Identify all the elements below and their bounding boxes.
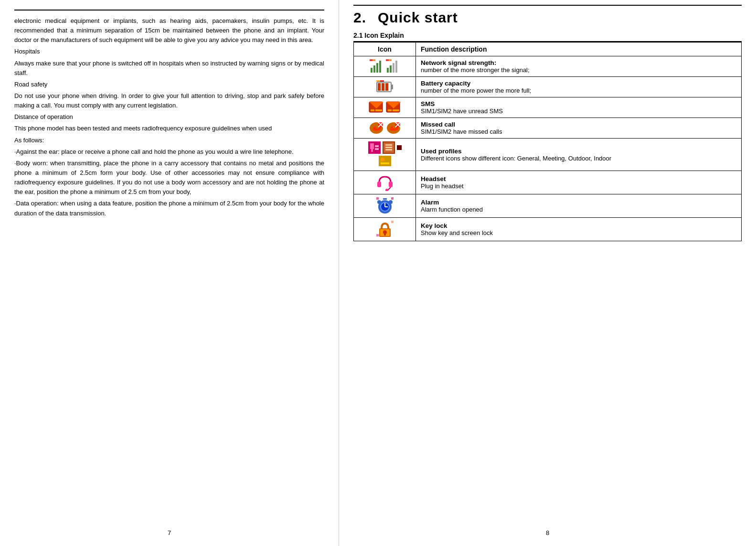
icon-cell-missed [354, 118, 416, 139]
table-row: Network signal strength: number of the m… [354, 56, 742, 77]
left-para-1: electronic medical equipment or implants… [14, 16, 324, 45]
desc-title-battery: Battery capacity [421, 80, 736, 87]
chapter-title-text: Quick start [378, 10, 458, 25]
desc-title-keylock: Key lock [421, 222, 736, 229]
svg-rect-5 [373, 59, 375, 61]
svg-rect-62 [383, 198, 387, 200]
icon-cell-sms [354, 97, 416, 118]
svg-rect-27 [388, 109, 392, 111]
headset-icon [376, 174, 394, 191]
svg-rect-41 [375, 148, 379, 150]
svg-rect-69 [376, 234, 379, 236]
svg-rect-0 [371, 68, 373, 73]
missed-icon-1 [369, 121, 384, 135]
right-page-number: 8 [546, 529, 549, 536]
desc-title-headset: Headset [421, 175, 736, 182]
svg-rect-3 [379, 61, 381, 73]
profile-icon-1 [368, 141, 381, 154]
svg-rect-8 [393, 63, 394, 73]
svg-rect-14 [378, 83, 381, 91]
icon-wrapper-signal [359, 59, 411, 74]
desc-cell-alarm: Alarm Alarm function opened [416, 194, 742, 218]
svg-line-53 [388, 187, 391, 190]
left-page-number: 7 [168, 529, 171, 536]
svg-rect-11 [389, 59, 392, 61]
desc-sub-battery: number of the more power the more full; [421, 87, 736, 94]
sms-icon-1 [369, 101, 384, 114]
svg-point-61 [389, 200, 393, 204]
svg-rect-68 [384, 233, 386, 236]
svg-rect-70 [391, 221, 394, 223]
svg-rect-6 [387, 68, 389, 73]
desc-title-missed: Missed call [421, 121, 736, 128]
svg-rect-18 [380, 80, 384, 82]
svg-rect-10 [386, 59, 389, 61]
left-para-data: ·Data operation: when using a data featu… [14, 199, 324, 218]
svg-rect-49 [381, 158, 384, 161]
section-title: 2.1 Icon Explain [353, 32, 742, 42]
left-content: electronic medical equipment or implants… [14, 16, 324, 218]
left-top-line [14, 10, 324, 11]
svg-rect-15 [382, 83, 384, 91]
svg-rect-17 [376, 80, 380, 82]
icon-wrapper-keylock [359, 221, 411, 238]
svg-rect-63 [376, 197, 379, 200]
desc-cell-sms: SMS SIM1/SIM2 have unread SMS [416, 97, 742, 118]
svg-rect-51 [377, 182, 381, 187]
left-para-road: Do not use your phone when driving. In o… [14, 91, 324, 110]
table-row: Battery capacity number of the more powe… [354, 77, 742, 97]
profile-icon-4 [379, 156, 391, 166]
left-heading-distance: Distance of operation [14, 112, 324, 122]
svg-rect-37 [368, 141, 381, 154]
desc-sub-keylock: Show key and screen lock [421, 229, 736, 236]
svg-rect-13 [391, 85, 393, 89]
col-header-function: Function description [416, 43, 742, 56]
icon-wrapper-headset [359, 174, 411, 191]
desc-title-signal: Network signal strength: [421, 59, 736, 66]
desc-cell-battery: Battery capacity number of the more powe… [416, 77, 742, 97]
profile-icon-2 [383, 141, 395, 154]
icon-cell-headset [354, 171, 416, 194]
battery-icon [376, 80, 394, 94]
signal-icon-1 [370, 59, 384, 74]
desc-cell-headset: Headset Plug in headset [416, 171, 742, 194]
left-heading-road: Road safety [14, 80, 324, 89]
desc-title-profile: Used profiles [421, 148, 736, 155]
svg-rect-1 [373, 65, 375, 73]
svg-rect-7 [390, 65, 392, 73]
desc-sub-headset: Plug in headset [421, 182, 736, 190]
icon-table: Icon Function description [353, 42, 742, 241]
svg-rect-46 [385, 149, 392, 150]
icon-wrapper-missed [359, 121, 411, 135]
desc-cell-missed: Missed call SIM1/SIM2 have missed calls [416, 118, 742, 139]
left-para-hospitals: Always make sure that your phone is swit… [14, 59, 324, 78]
svg-rect-39 [371, 149, 373, 152]
svg-rect-48 [379, 156, 391, 166]
table-row: SMS SIM1/SIM2 have unread SMS [354, 97, 742, 118]
left-page: electronic medical equipment or implants… [0, 0, 339, 546]
svg-rect-52 [389, 182, 393, 187]
svg-rect-44 [385, 144, 392, 146]
alarm-icon [376, 197, 394, 214]
right-page: 2.Quick start 2.1 Icon Explain Icon Func… [339, 0, 756, 546]
missed-icon-2 [386, 121, 401, 135]
chapter-number: 2. [353, 10, 366, 25]
icon-wrapper-sms [359, 101, 411, 114]
desc-sub-alarm: Alarm function opened [421, 206, 736, 213]
desc-title-alarm: Alarm [421, 199, 736, 206]
right-top-line [353, 5, 742, 6]
svg-rect-45 [385, 147, 392, 148]
svg-rect-40 [375, 145, 379, 147]
icon-cell-keylock [354, 218, 416, 241]
desc-cell-keylock: Key lock Show key and screen lock [416, 218, 742, 241]
svg-rect-64 [391, 197, 394, 200]
signal-icon-2 [386, 59, 400, 74]
desc-title-sms: SMS [421, 100, 736, 107]
svg-point-54 [385, 189, 388, 191]
svg-rect-22 [371, 109, 374, 111]
table-row: Headset Plug in headset [354, 171, 742, 194]
icon-wrapper-battery [359, 80, 411, 94]
desc-cell-profile: Used profiles Different icons show diffe… [416, 139, 742, 171]
left-para-distance-1: This phone model has been tested and mee… [14, 124, 324, 133]
svg-point-60 [377, 200, 381, 204]
